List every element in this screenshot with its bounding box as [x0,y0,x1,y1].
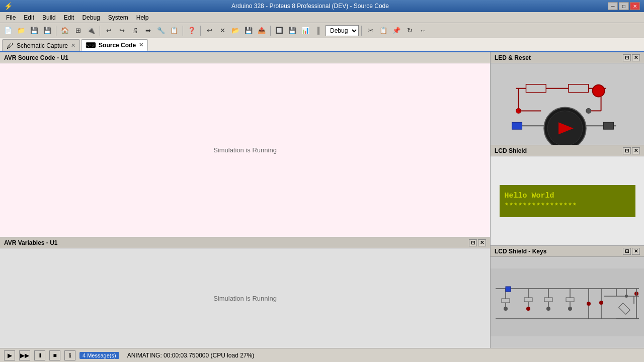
source-panel: AVR Source Code - U1 Simulation is Runni… [0,52,490,237]
tb-undo[interactable]: ↩ [103,25,115,37]
led-circuit-svg [491,63,644,145]
tb-redo[interactable]: ↪ [116,25,128,37]
lcd-line2: **************** [505,202,577,211]
status-message: ANIMATING: 00:00:03.750000 (CPU load 27%… [127,352,255,359]
tb-copy[interactable]: 📋 [377,25,389,37]
tb-save2[interactable]: 💾 [41,25,53,37]
svg-point-41 [599,301,603,305]
info-button[interactable]: ℹ [64,350,75,360]
tb-back[interactable]: ↩ [203,25,215,37]
debug-dropdown[interactable]: Debug [326,25,359,36]
step-button[interactable]: ▶▶ [19,350,30,360]
svg-point-23 [504,307,508,311]
close-button[interactable]: ✕ [630,2,640,10]
vars-header-title: AVR Variables - U1 [4,239,58,246]
tb-save3[interactable]: 💾 [243,25,255,37]
source-content: Simulation is Running [0,63,490,237]
lcd-close-button[interactable]: ✕ [632,147,640,154]
keys-content [491,257,644,348]
tb-new[interactable]: 📄 [2,25,14,37]
keys-circuit-svg [491,257,644,348]
lcd-header-controls: ⊡ ✕ [623,147,640,154]
tb-open[interactable]: 📁 [15,25,27,37]
svg-rect-21 [502,299,510,303]
maximize-button[interactable]: □ [619,2,629,10]
title-bar: ⚡ Arduino 328 - Proteus 8 Professional (… [0,0,644,12]
tb-open2[interactable]: 📂 [229,25,242,37]
right-pane: LED & Reset ⊡ ✕ [491,52,644,348]
svg-point-27 [526,307,530,311]
menu-debug[interactable]: Debug [78,13,104,22]
tb-tool1[interactable]: 🔧 [155,25,167,37]
vars-close-button[interactable]: ✕ [478,239,486,246]
keys-panel: LCD Shield - Keys ⊡ ✕ [491,246,644,348]
tb-save4[interactable]: 💾 [286,25,298,37]
vars-float-button[interactable]: ⊡ [469,239,477,246]
main-area: AVR Source Code - U1 Simulation is Runni… [0,52,644,348]
keys-header-title: LCD Shield - Keys [495,248,546,255]
led-panel-header: LED & Reset ⊡ ✕ [491,52,644,63]
tb-help[interactable]: ❓ [186,25,198,37]
tab-source[interactable]: ⌨ Source Code ✕ [81,39,148,51]
menu-system[interactable]: System [104,13,132,22]
tb-export[interactable]: 📤 [256,25,268,37]
message-count: 4 Message(s) [79,352,119,359]
tab-schematic[interactable]: 🖊 Schematic Capture ✕ [2,39,80,51]
keys-header-controls: ⊡ ✕ [623,248,640,255]
tb-cancel[interactable]: ✕ [216,25,228,37]
play-button[interactable]: ▶ [4,350,15,360]
menu-build[interactable]: Build [38,13,60,22]
svg-rect-29 [544,298,552,302]
lcd-line1: Hello World [505,192,554,200]
svg-rect-36 [506,287,511,292]
sep5 [270,26,271,36]
schematic-tab-close[interactable]: ✕ [71,42,75,49]
tb-col[interactable]: ║ [312,25,325,37]
tb-paste[interactable]: 📌 [390,25,403,37]
tab-schematic-label: Schematic Capture [17,42,68,49]
led-panel: LED & Reset ⊡ ✕ [491,52,644,145]
svg-rect-25 [524,298,532,302]
tb-arrow[interactable]: ➡ [142,25,154,37]
tb-chip[interactable]: 🔲 [273,25,285,37]
menu-edit[interactable]: Edit [20,13,38,22]
tb-rotate[interactable]: ↻ [404,25,416,37]
tb-circuit[interactable]: 🔌 [85,25,97,37]
tb-print[interactable]: 🖨 [129,25,141,37]
pause-button[interactable]: ⏸ [34,350,45,360]
tb-table[interactable]: 📊 [299,25,311,37]
tb-tool2[interactable]: 📋 [168,25,180,37]
source-tab-close[interactable]: ✕ [139,42,143,48]
tb-cut[interactable]: ✂ [364,25,376,37]
led-close-button[interactable]: ✕ [632,54,640,61]
sep1 [56,26,56,36]
lcd-panel: LCD Shield ⊡ ✕ Hello World *************… [491,145,644,246]
tb-grid[interactable]: ⊞ [72,25,84,37]
schematic-tab-icon: 🖊 [7,42,14,50]
tb-save[interactable]: 💾 [28,25,40,37]
svg-point-8 [586,108,591,113]
lcd-content: Hello World **************** [491,156,644,245]
source-status-text: Simulation is Running [213,146,277,154]
menu-help[interactable]: Help [132,13,153,22]
svg-rect-9 [512,122,522,129]
svg-point-4 [593,85,605,97]
sep4 [200,26,201,36]
minimize-button[interactable]: ─ [608,2,618,10]
keys-panel-header: LCD Shield - Keys ⊡ ✕ [491,246,644,257]
vars-content: Simulation is Running [0,248,490,348]
source-panel-header: AVR Source Code - U1 [0,52,490,63]
menu-edit2[interactable]: Edit [60,13,78,22]
sep6 [361,26,362,36]
lcd-panel-header: LCD Shield ⊡ ✕ [491,145,644,156]
keys-close-button[interactable]: ✕ [632,248,640,255]
tb-home[interactable]: 🏠 [59,25,71,37]
status-bar: ▶ ▶▶ ⏸ ■ ℹ 4 Message(s) ANIMATING: 00:00… [0,348,644,362]
tb-flip[interactable]: ↔ [417,25,429,37]
lcd-float-button[interactable]: ⊡ [623,147,631,154]
led-float-button[interactable]: ⊡ [623,54,631,61]
sep3 [183,26,183,36]
keys-float-button[interactable]: ⊡ [623,248,631,255]
menu-file[interactable]: File [2,13,20,22]
stop-button[interactable]: ■ [49,350,60,360]
